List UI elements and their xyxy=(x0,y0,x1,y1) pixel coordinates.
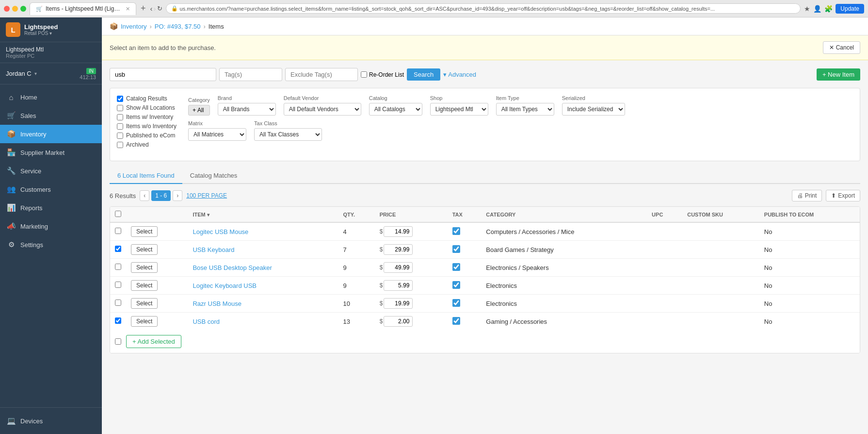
shop-select[interactable]: Lightspeed Mtl xyxy=(430,103,488,116)
price-input-3: $ xyxy=(380,280,443,291)
sidebar-item-supplier[interactable]: 🏪 Supplier Market xyxy=(0,143,102,162)
items-without-inv-label: Items w/o Inventory xyxy=(126,123,177,130)
sidebar-item-reports[interactable]: 📊 Reports xyxy=(0,199,102,217)
sidebar-item-marketing[interactable]: 📣 Marketing xyxy=(0,217,102,235)
item-link-5[interactable]: USB cord xyxy=(193,318,220,325)
row-checkbox-0[interactable] xyxy=(115,228,121,234)
row-checkbox-3[interactable] xyxy=(115,282,121,288)
maximize-dot[interactable] xyxy=(20,6,26,12)
sidebar-item-settings[interactable]: ⚙ Settings xyxy=(0,235,102,254)
tax-class-label: Tax Class xyxy=(254,120,322,126)
select-all-checkbox[interactable] xyxy=(115,211,121,217)
back-button[interactable]: ‹ xyxy=(150,4,153,13)
tab-close-icon[interactable]: ✕ xyxy=(126,6,130,12)
item-link-0[interactable]: Logitec USB Mouse xyxy=(193,228,248,235)
item-type-select[interactable]: All Item Types xyxy=(496,103,554,116)
tab-favicon: 🛒 xyxy=(36,6,43,12)
per-page-button[interactable]: 100 PER PAGE xyxy=(186,192,227,199)
sidebar-item-sales[interactable]: 🛒 Sales xyxy=(0,106,102,125)
breadcrumb-inventory[interactable]: Inventory xyxy=(121,23,146,30)
price-field-4[interactable] xyxy=(384,298,413,309)
profile-icon[interactable]: 👤 xyxy=(813,5,821,13)
sidebar-item-customers[interactable]: 👥 Customers xyxy=(0,180,102,199)
tax-checkbox-2[interactable] xyxy=(452,263,460,271)
item-link-1[interactable]: USB Keyboard xyxy=(193,246,234,253)
content-area: Re-Order List Search ▾ Advanced + New It… xyxy=(102,60,868,434)
tab-catalog-matches[interactable]: Catalog Matches xyxy=(182,168,245,184)
items-with-inv-checkbox[interactable] xyxy=(117,114,123,120)
new-item-button[interactable]: + New Item xyxy=(817,68,860,81)
sidebar-item-devices[interactable]: 💻 Devices xyxy=(0,412,102,430)
exclude-tags-input[interactable] xyxy=(285,68,358,81)
sidebar-item-home[interactable]: ⌂ Home xyxy=(0,88,102,106)
select-button-5[interactable]: Select xyxy=(131,316,158,327)
row-publish-cell: No xyxy=(759,313,860,331)
item-link-2[interactable]: Bose USB Desktop Speaker xyxy=(193,264,272,271)
update-button[interactable]: Update xyxy=(836,4,864,14)
item-link-4[interactable]: Razr USB Mouse xyxy=(193,300,241,307)
close-dot[interactable] xyxy=(4,6,10,12)
url-bar[interactable]: 🔒 us.merchantos.com/?name=purchase.listi… xyxy=(166,3,801,14)
tab-local-items[interactable]: 6 Local Items Found xyxy=(110,168,182,184)
select-button-4[interactable]: Select xyxy=(131,298,158,309)
tax-class-select[interactable]: All Tax Classes xyxy=(254,128,322,141)
row-checkbox-4[interactable] xyxy=(115,300,121,306)
new-tab-button[interactable]: + xyxy=(140,3,147,14)
tax-checkbox-5[interactable] xyxy=(452,317,460,325)
next-page-button[interactable]: › xyxy=(173,190,182,201)
cancel-button[interactable]: ✕ Cancel xyxy=(823,41,860,54)
brand-select[interactable]: All Brands xyxy=(218,103,276,116)
catalog-select[interactable]: All Catalogs xyxy=(369,103,422,116)
items-without-inv-checkbox[interactable] xyxy=(117,123,123,130)
row-checkbox-1[interactable] xyxy=(115,246,121,252)
tax-checkbox-3[interactable] xyxy=(452,281,460,289)
advanced-button[interactable]: ▾ Advanced xyxy=(443,71,476,78)
row-checkbox-2[interactable] xyxy=(115,264,121,270)
vendor-select[interactable]: All Default Vendors xyxy=(284,103,361,116)
matrix-select[interactable]: All Matrices xyxy=(188,128,246,141)
price-field-3[interactable] xyxy=(384,280,413,291)
price-field-5[interactable] xyxy=(384,316,413,327)
row-checkbox-5[interactable] xyxy=(115,317,121,324)
search-button[interactable]: Search xyxy=(407,68,440,81)
sidebar-item-inventory[interactable]: 📦 Inventory xyxy=(0,125,102,143)
tax-checkbox-0[interactable] xyxy=(452,227,460,235)
breadcrumb-po[interactable]: PO: #493, $7.50 xyxy=(155,23,201,30)
forward-button[interactable]: › xyxy=(154,4,156,13)
tax-checkbox-1[interactable] xyxy=(452,245,460,253)
serialized-select[interactable]: Include Serialized xyxy=(562,103,625,116)
show-all-checkbox[interactable] xyxy=(117,105,123,111)
row-checkbox-cell xyxy=(110,222,126,241)
minimize-dot[interactable] xyxy=(12,6,18,12)
price-field-1[interactable] xyxy=(384,244,413,255)
tags-input[interactable] xyxy=(219,68,282,81)
price-field-2[interactable] xyxy=(384,262,413,273)
bookmark-icon[interactable]: ★ xyxy=(804,5,810,13)
tax-checkbox-4[interactable] xyxy=(452,299,460,307)
prev-page-button[interactable]: ‹ xyxy=(140,190,149,201)
select-button-0[interactable]: Select xyxy=(131,226,158,237)
shop-filter: Shop Lightspeed Mtl xyxy=(430,95,488,116)
price-field-0[interactable] xyxy=(384,226,413,237)
reorder-list-checkbox[interactable] xyxy=(361,71,367,78)
refresh-button[interactable]: ↻ xyxy=(157,4,162,13)
search-input[interactable] xyxy=(110,68,216,81)
archived-checkbox[interactable] xyxy=(117,142,123,148)
published-ecom-checkbox[interactable] xyxy=(117,133,123,139)
browser-tab-active[interactable]: 🛒 Items - Lightspeed Mtl (Lights... ✕ xyxy=(30,2,136,15)
select-button-1[interactable]: Select xyxy=(131,244,158,255)
extensions-icon[interactable]: 🧩 xyxy=(824,5,833,13)
show-all-checkbox-label: Show All Locations xyxy=(117,104,177,111)
item-link-3[interactable]: Logitec Keyboard USB xyxy=(193,282,257,289)
export-button[interactable]: ⬆ Export xyxy=(826,190,860,201)
add-selected-button[interactable]: + Add Selected xyxy=(126,335,181,348)
sidebar-item-service[interactable]: 🔧 Service xyxy=(0,162,102,180)
page-range[interactable]: 1 - 6 xyxy=(151,190,171,201)
catalog-results-checkbox[interactable] xyxy=(117,96,123,102)
select-button-2[interactable]: Select xyxy=(131,262,158,273)
select-button-3[interactable]: Select xyxy=(131,280,158,291)
footer-select-all-checkbox[interactable] xyxy=(115,338,121,345)
print-button[interactable]: 🖨 Print xyxy=(792,190,822,201)
table-row: Select Logitec USB Mouse 4 $ Computers /… xyxy=(110,222,860,241)
category-all-button[interactable]: + All xyxy=(188,105,210,116)
